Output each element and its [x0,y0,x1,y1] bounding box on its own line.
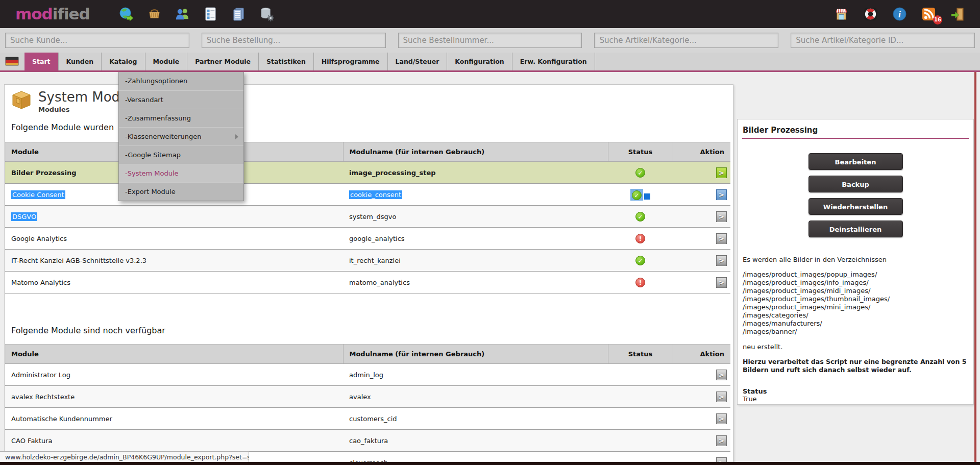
module-action-button[interactable]: > [716,435,727,446]
wiederherstellen-button[interactable]: Wiederherstellen [808,198,903,215]
module-name: IT-Recht Kanzlei AGB-Schnittstelle v3.2.… [11,257,146,264]
module-internal-name: avalex [349,393,371,401]
deinstallieren-button[interactable]: Deinstallieren [808,221,903,237]
module-action-button[interactable]: > [716,391,727,402]
image-path: /images/categories/ [743,311,968,320]
bottom-edge-strip [0,462,980,465]
menu-item-export-module[interactable]: -Export Module [119,182,243,201]
shop-globe-icon[interactable] [118,6,134,22]
language-flag-icon[interactable] [5,57,19,66]
available-modules-heading: Folgende Module sind noch verfügbar [11,326,165,335]
tab-module[interactable]: Module [145,53,188,70]
installed-modules-table: Module Modulname (für internen Gebrauch)… [5,142,731,293]
search-order-input[interactable] [202,33,386,48]
menu-item-label: -Klassenerweiterungen [125,133,202,140]
module-row-matomo-analytics[interactable]: Matomo Analytics matomo_analytics ! > [5,272,730,293]
module-internal-name: admin_log [349,371,383,379]
available-modules-table: Module Modulname (für internen Gebrauch)… [5,344,731,465]
storefront-icon[interactable] [834,6,849,22]
image-path: /images/product_images/info_images/ [743,279,968,287]
module-row-google-analytics[interactable]: Google Analytics google_analytics ! > [5,228,730,250]
module-name: Cookie Consent [11,190,65,199]
selection-square [644,193,650,200]
col-modulname: Modulname (für internen Gebrauch) [343,142,608,162]
module-description: Es werden alle Bilder in den Verzeichnis… [743,256,968,403]
module-action-button[interactable]: > [716,189,727,200]
search-article-category-id-input[interactable] [791,33,975,48]
col-status: Status [608,142,673,162]
search-order-number-input[interactable] [398,33,582,48]
content-pages-icon[interactable] [231,6,247,22]
module-internal-name: customers_cid [349,415,397,423]
image-path: /images/product_images/thumbnail_images/ [743,295,968,303]
module-row-customers-cid[interactable]: Automatische Kundennummer customers_cid … [5,408,730,430]
tab-erw-konfiguration[interactable]: Erw. Konfiguration [512,53,595,70]
customers-icon[interactable] [175,6,190,22]
database-tools-icon[interactable] [259,6,275,22]
menu-item-zahlungsoptionen[interactable]: -Zahlungsoptionen [119,72,243,90]
image-path: /images/product_images/mini_images/ [743,303,968,311]
orders-basket-icon[interactable] [146,6,162,22]
image-path: /images/banner/ [743,328,968,336]
articles-list-icon[interactable] [203,6,218,22]
menu-item-system-module[interactable]: -System Module [119,164,243,182]
submenu-arrow-icon [235,134,238,139]
module-action-button[interactable]: > [716,211,727,222]
menu-item-versandart[interactable]: -Versandart [119,90,243,109]
module-row-it-recht-kanzlei[interactable]: IT-Recht Kanzlei AGB-Schnittstelle v3.2.… [5,250,730,272]
search-customer-input[interactable] [5,33,189,48]
tab-katalog[interactable]: Katalog [102,53,145,70]
logo-suffix: ified [53,5,90,23]
status-active-icon: ✓ [632,190,642,200]
module-internal-name: cookie_consent [349,190,402,199]
tab-land-steuer[interactable]: Land/Steuer [388,53,448,70]
module-action-button[interactable]: > [716,370,727,380]
module-detail-panel: Bilder Prozessing Bearbeiten Backup Wied… [737,119,974,405]
tab-kunden[interactable]: Kunden [59,53,102,70]
table-header-row: Module Modulname (für internen Gebrauch)… [5,142,730,162]
menu-item-zusammenfassung[interactable]: -Zusammenfassung [119,109,243,127]
selection-highlight: ✓ [630,189,643,201]
module-row-cookie-consent[interactable]: Cookie Consent cookie_consent ✓ > [5,184,730,206]
module-action-button[interactable]: > [716,255,727,266]
module-row-bilder-prozessing[interactable]: Bilder Prozessing image_processing_step … [5,162,730,184]
module-action-button[interactable]: > [716,413,727,424]
image-path: /images/product_images/popup_images/ [743,271,968,279]
module-action-button[interactable]: > [716,277,727,288]
module-internal-name: image_processing_step [349,169,436,177]
module-row-administrator-log[interactable]: Administrator Log admin_log > [5,364,730,386]
status-active-icon: ✓ [635,168,645,178]
module-action-button[interactable]: > [716,167,727,178]
tab-start[interactable]: Start [24,53,59,70]
module-row-cao-faktura[interactable]: CAO Faktura cao_faktura > [5,430,730,452]
image-path: /images/manufacturers/ [743,320,968,328]
module-row-avalex[interactable]: avalex Rechtstexte avalex > [5,386,730,408]
search-article-category-input[interactable] [594,33,778,48]
menu-item-google-sitemap[interactable]: -Google Sitemap [119,145,243,164]
package-icon [10,89,33,111]
tab-statistiken[interactable]: Statistiken [259,53,314,70]
module-action-button[interactable]: > [716,233,727,244]
backup-button[interactable]: Backup [808,176,903,192]
module-name: avalex Rechtstexte [11,393,75,401]
logout-door-icon[interactable] [950,6,966,22]
module-row-dsgvo[interactable]: DSGVO system_dsgvo ✓ > [5,206,730,228]
col-module: Module [5,345,343,364]
col-status: Status [608,345,673,364]
right-accent-strip [974,72,976,465]
modified-logo[interactable]: modified [15,0,90,28]
module-internal-name: it_recht_kanzlei [349,257,401,264]
info-icon[interactable]: i [892,6,908,22]
topbar-right-icons: i 16 [834,6,966,22]
news-feed-icon[interactable]: 16 [921,6,937,22]
help-lifebuoy-icon[interactable] [863,6,878,22]
main-nav: Start Kunden Katalog Module Partner Modu… [0,53,980,70]
menu-item-klassenerweiterungen[interactable]: -Klassenerweiterungen [119,127,243,145]
topbar: modified i 16 [0,0,980,28]
status-inactive-icon: ! [635,278,645,287]
tab-konfiguration[interactable]: Konfiguration [447,53,512,70]
tab-partner-module[interactable]: Partner Module [187,53,259,70]
tab-hilfsprogramme[interactable]: Hilfsprogramme [314,53,388,70]
module-name: Google Analytics [11,235,67,242]
bearbeiten-button[interactable]: Bearbeiten [808,153,903,170]
